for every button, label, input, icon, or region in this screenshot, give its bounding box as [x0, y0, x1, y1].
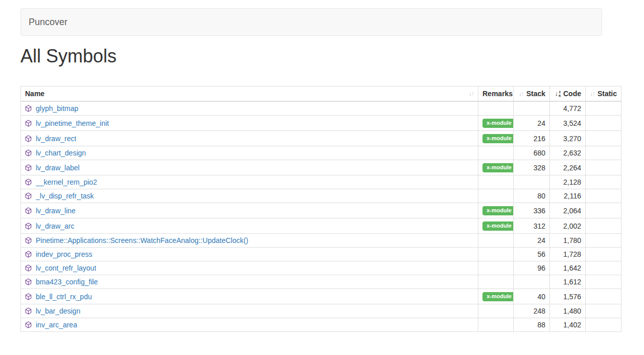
- name-cell: lv_pinetime_theme_init: [21, 116, 478, 131]
- name-cell: inv_arc_area: [21, 318, 478, 332]
- static-cell: [586, 175, 622, 189]
- cube-icon: [25, 278, 32, 285]
- static-cell: [586, 218, 622, 234]
- code-cell: 2,264: [550, 160, 586, 175]
- cube-icon: [25, 251, 32, 258]
- column-header-remarks[interactable]: Remarks: [478, 86, 514, 102]
- code-cell: 2,064: [550, 203, 586, 218]
- code-cell: 4,772: [550, 101, 586, 116]
- symbol-link[interactable]: ble_ll_ctrl_rx_pdu: [36, 293, 92, 301]
- remarks-cell: x-module: [478, 289, 514, 304]
- code-cell: 2,632: [550, 146, 586, 160]
- cube-icon: [25, 293, 32, 300]
- cube-icon: [25, 120, 32, 127]
- name-cell: lv_draw_rect: [21, 131, 478, 146]
- code-cell: 1,612: [550, 275, 586, 289]
- table-row: lv_draw_label x-module 328 2,264: [21, 160, 622, 175]
- symbol-link[interactable]: bma423_config_file: [36, 278, 98, 286]
- symbol-link[interactable]: lv_draw_arc: [36, 222, 74, 230]
- static-cell: [586, 289, 622, 304]
- remarks-cell: x-module: [478, 218, 514, 234]
- remarks-cell: [478, 146, 514, 160]
- stack-cell: 680: [514, 146, 550, 160]
- symbol-link[interactable]: lv_draw_rect: [36, 135, 76, 143]
- remark-badge: x-module: [482, 292, 514, 301]
- symbol-link[interactable]: lv_pinetime_theme_init: [36, 119, 109, 127]
- symbol-link[interactable]: _lv_disp_refr_task: [36, 192, 94, 200]
- code-cell: 2,002: [550, 218, 586, 234]
- stack-cell: 336: [514, 203, 550, 218]
- remarks-cell: [478, 175, 514, 189]
- remark-badge: x-module: [482, 206, 514, 215]
- static-cell: [586, 275, 622, 289]
- column-header-stack-label: Stack: [526, 90, 545, 98]
- remarks-cell: x-module: [478, 203, 514, 218]
- code-cell: 1,402: [550, 318, 586, 332]
- symbol-link[interactable]: lv_bar_design: [36, 307, 80, 315]
- static-cell: [586, 261, 622, 275]
- cube-icon: [25, 135, 32, 142]
- static-cell: [586, 318, 622, 332]
- static-cell: [586, 248, 622, 261]
- sort-desc-alpha-icon: ↓ za: [555, 90, 561, 97]
- remarks-cell: x-module: [478, 131, 514, 146]
- cube-icon: [25, 105, 32, 112]
- column-header-stack[interactable]: ↓↑ Stack: [514, 86, 550, 102]
- remarks-cell: [478, 234, 514, 248]
- symbol-link[interactable]: indev_proc_press: [36, 250, 93, 258]
- remarks-cell: [478, 261, 514, 275]
- code-cell: 1,642: [550, 261, 586, 275]
- code-cell: 1,728: [550, 248, 586, 261]
- symbol-link[interactable]: lv_draw_line: [36, 207, 76, 215]
- remarks-cell: [478, 189, 514, 203]
- symbol-link[interactable]: glyph_bitmap: [36, 104, 78, 113]
- symbols-table-body: glyph_bitmap 4,772 lv_pinetime_theme_ini…: [21, 101, 622, 332]
- table-header-row: Name ↓↑ Remarks ↓↑ Stack ↓: [21, 86, 622, 102]
- remarks-cell: [478, 248, 514, 261]
- name-cell: Pinetime::Applications::Screens::WatchFa…: [21, 234, 478, 248]
- stack-cell: 216: [514, 131, 550, 146]
- name-cell: lv_cont_refr_layout: [21, 261, 478, 275]
- symbol-link[interactable]: lv_draw_label: [36, 164, 80, 172]
- symbol-link[interactable]: inv_arc_area: [36, 321, 77, 329]
- name-cell: lv_draw_label: [21, 160, 478, 175]
- page-title: All Symbols: [20, 46, 624, 66]
- table-row: __kernel_rem_pio2 2,128: [21, 175, 622, 189]
- cube-icon: [25, 264, 32, 272]
- table-row: Pinetime::Applications::Screens::WatchFa…: [21, 234, 622, 248]
- symbol-link[interactable]: Pinetime::Applications::Screens::WatchFa…: [36, 236, 248, 245]
- name-cell: ble_ll_ctrl_rx_pdu: [21, 289, 478, 304]
- cube-icon: [25, 164, 32, 171]
- symbol-link[interactable]: lv_chart_design: [36, 149, 86, 157]
- stack-cell: [514, 275, 550, 289]
- symbol-link[interactable]: __kernel_rem_pio2: [36, 178, 97, 186]
- cube-icon: [25, 223, 32, 230]
- table-row: _lv_disp_refr_task 80 2,116: [21, 189, 622, 203]
- code-cell: 1,576: [550, 289, 586, 304]
- stack-cell: 96: [514, 261, 550, 275]
- stack-cell: [514, 175, 550, 189]
- column-header-name-label: Name: [25, 90, 44, 98]
- name-cell: glyph_bitmap: [21, 101, 478, 116]
- symbol-link[interactable]: lv_cont_refr_layout: [36, 264, 96, 272]
- symbols-table: Name ↓↑ Remarks ↓↑ Stack ↓: [20, 86, 622, 332]
- remarks-cell: [478, 304, 514, 318]
- cube-icon: [25, 321, 32, 328]
- static-cell: [586, 101, 622, 116]
- remark-badge: x-module: [482, 221, 514, 231]
- stack-cell: 24: [514, 234, 550, 248]
- name-cell: lv_draw_line: [21, 203, 478, 218]
- remark-badge: x-module: [482, 134, 514, 143]
- column-header-static[interactable]: ↓↑ Static: [586, 86, 622, 102]
- remarks-cell: x-module: [478, 160, 514, 175]
- navbar-brand-link[interactable]: Puncover: [29, 17, 67, 28]
- column-header-code[interactable]: ↓ za Code: [550, 86, 586, 102]
- name-cell: __kernel_rem_pio2: [21, 175, 478, 189]
- table-row: lv_draw_line x-module 336 2,064: [21, 203, 622, 218]
- table-row: bma423_config_file 1,612: [21, 275, 622, 289]
- column-header-name[interactable]: Name ↓↑: [21, 86, 478, 102]
- stack-cell: 80: [514, 189, 550, 203]
- stack-cell: [514, 101, 550, 116]
- table-row: lv_draw_rect x-module 216 3,270: [21, 131, 622, 146]
- stack-cell: 312: [514, 218, 550, 234]
